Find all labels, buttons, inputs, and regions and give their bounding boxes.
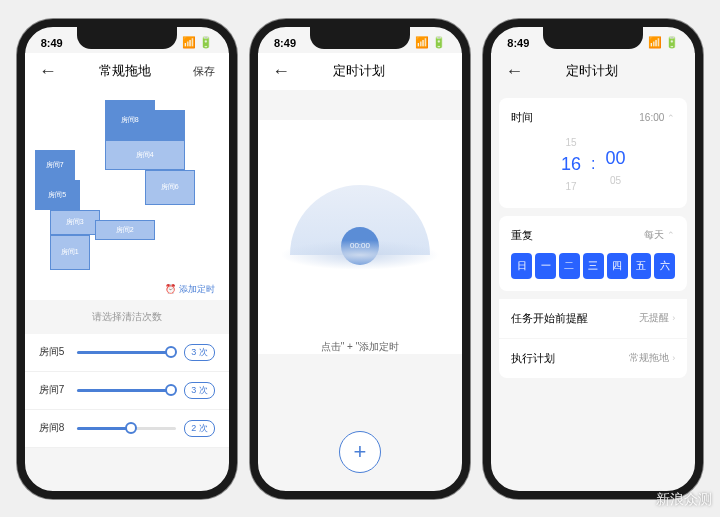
content: 房间8 房间4 房间6 房间7 房间5 房间3 房间2 房间1 ⏰ 添加定时 请… xyxy=(25,90,229,448)
empty-illustration: 00:00 xyxy=(278,120,442,320)
status-icons: 📶 🔋 xyxy=(415,36,446,49)
day-mon[interactable]: 一 xyxy=(535,253,556,279)
day-sun[interactable]: 日 xyxy=(511,253,532,279)
day-sat[interactable]: 六 xyxy=(654,253,675,279)
day-fri[interactable]: 五 xyxy=(631,253,652,279)
room-2[interactable]: 房间2 xyxy=(95,220,155,240)
signal-icon: 📶 xyxy=(182,36,196,49)
navbar: ← 定时计划 xyxy=(491,53,695,90)
day-thu[interactable]: 四 xyxy=(607,253,628,279)
battery-icon: 🔋 xyxy=(665,36,679,49)
notch xyxy=(310,27,410,49)
notch xyxy=(77,27,177,49)
signal-icon: 📶 xyxy=(415,36,429,49)
phone-2: 8:49 📶 🔋 ← 定时计划 00:00 点击" + "添加定时 + xyxy=(250,19,470,499)
slider-label: 房间7 xyxy=(39,383,69,397)
slider-row: 房间5 3 次 xyxy=(25,334,229,372)
room[interactable] xyxy=(155,110,185,140)
status-icons: 📶 🔋 xyxy=(648,36,679,49)
status-icons: 📶 🔋 xyxy=(182,36,213,49)
navbar: ← 常规拖地 保存 xyxy=(25,53,229,90)
phone-1: 8:49 📶 🔋 ← 常规拖地 保存 房间8 房间4 房间6 房间7 房间5 房… xyxy=(17,19,237,499)
repeat-card: 重复 每天⌃ 日 一 二 三 四 五 六 xyxy=(499,216,687,291)
room-6[interactable]: 房间6 xyxy=(145,170,195,205)
floor-map[interactable]: 房间8 房间4 房间6 房间7 房间5 房间3 房间2 房间1 ⏰ 添加定时 xyxy=(25,90,229,300)
room-3[interactable]: 房间3 xyxy=(50,210,100,235)
slider-value: 2 次 xyxy=(184,420,215,437)
slider-row: 房间7 3 次 xyxy=(25,372,229,410)
day-selector: 日 一 二 三 四 五 六 xyxy=(511,253,675,279)
section-label: 请选择清洁次数 xyxy=(25,300,229,334)
content: 时间 16:00⌃ 15 16 17 : 00 05 重复 每天⌃ xyxy=(491,98,695,378)
slider[interactable] xyxy=(77,427,176,430)
plan-row[interactable]: 执行计划 常规拖地› xyxy=(499,339,687,378)
slider-row: 房间8 2 次 xyxy=(25,410,229,448)
time-card: 时间 16:00⌃ 15 16 17 : 00 05 xyxy=(499,98,687,208)
day-wed[interactable]: 三 xyxy=(583,253,604,279)
chevron-right-icon: › xyxy=(672,353,675,363)
room-7[interactable]: 房间7 xyxy=(35,150,75,180)
repeat-value[interactable]: 每天⌃ xyxy=(644,228,675,242)
signal-icon: 📶 xyxy=(648,36,662,49)
time-picker[interactable]: 15 16 17 : 00 05 xyxy=(511,137,675,192)
add-timer-link[interactable]: ⏰ 添加定时 xyxy=(165,283,215,296)
content: 00:00 点击" + "添加定时 xyxy=(258,120,462,354)
room-1[interactable]: 房间1 xyxy=(50,235,90,270)
room-4[interactable]: 房间4 xyxy=(105,140,185,170)
slider-value: 3 次 xyxy=(184,382,215,399)
slider-value: 3 次 xyxy=(184,344,215,361)
slider-label: 房间5 xyxy=(39,345,69,359)
save-button[interactable]: 保存 xyxy=(193,64,215,79)
slider-label: 房间8 xyxy=(39,421,69,435)
back-icon[interactable]: ← xyxy=(272,61,290,82)
chevron-up-icon: ⌃ xyxy=(667,230,675,240)
navbar: ← 定时计划 xyxy=(258,53,462,90)
back-icon[interactable]: ← xyxy=(505,61,523,82)
page-title: 定时计划 xyxy=(333,62,385,80)
plan-label: 执行计划 xyxy=(511,351,555,366)
phone-3: 8:49 📶 🔋 ← 定时计划 时间 16:00⌃ 15 16 17 : xyxy=(483,19,703,499)
battery-icon: 🔋 xyxy=(199,36,213,49)
clock-badge: 00:00 xyxy=(341,227,379,265)
remind-row[interactable]: 任务开始前提醒 无提醒› xyxy=(499,299,687,339)
room-8[interactable]: 房间8 xyxy=(105,100,155,140)
notch xyxy=(543,27,643,49)
watermark: 新浪众测 xyxy=(656,491,712,509)
add-button[interactable]: + xyxy=(339,431,381,473)
remind-label: 任务开始前提醒 xyxy=(511,311,588,326)
time-label: 时间 xyxy=(511,110,533,125)
back-icon[interactable]: ← xyxy=(39,61,57,82)
slider[interactable] xyxy=(77,389,176,392)
page-title: 定时计划 xyxy=(566,62,618,80)
slider[interactable] xyxy=(77,351,176,354)
empty-hint: 点击" + "添加定时 xyxy=(258,340,462,354)
plus-icon: + xyxy=(354,439,367,465)
status-time: 8:49 xyxy=(41,37,63,49)
battery-icon: 🔋 xyxy=(432,36,446,49)
page-title: 常规拖地 xyxy=(99,62,151,80)
status-time: 8:49 xyxy=(507,37,529,49)
status-time: 8:49 xyxy=(274,37,296,49)
repeat-label: 重复 xyxy=(511,228,533,243)
chevron-up-icon: ⌃ xyxy=(667,113,675,123)
clock-icon: ⏰ xyxy=(165,284,176,294)
room-5[interactable]: 房间5 xyxy=(35,180,80,210)
time-value[interactable]: 16:00⌃ xyxy=(639,112,675,123)
chevron-right-icon: › xyxy=(672,313,675,323)
day-tue[interactable]: 二 xyxy=(559,253,580,279)
